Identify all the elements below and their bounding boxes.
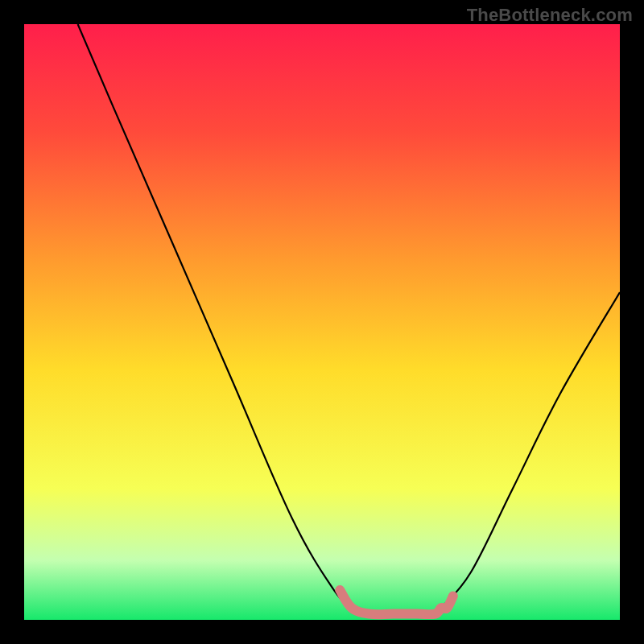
chart-frame: TheBottleneck.com xyxy=(0,0,644,644)
attribution-label: TheBottleneck.com xyxy=(467,5,633,26)
plot-background xyxy=(24,24,620,620)
bottleneck-chart xyxy=(0,0,644,644)
